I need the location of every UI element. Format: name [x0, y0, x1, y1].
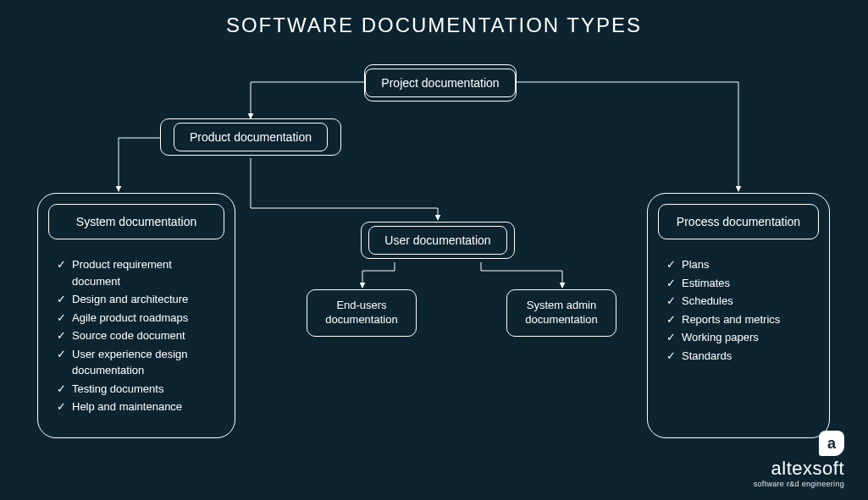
node-label: End-users documentation — [325, 299, 397, 326]
brand-logo-icon: a — [819, 431, 844, 456]
list-item: Agile product roadmaps — [72, 310, 218, 327]
node-project-documentation: Project documentation — [364, 64, 517, 102]
panel-process-documentation: Process documentation Plans Estimates Sc… — [647, 193, 830, 438]
brand-name: altexsoft — [754, 458, 844, 480]
list-item: Source code document — [72, 327, 218, 344]
panel-header: Process documentation — [658, 204, 819, 239]
process-doc-list: Plans Estimates Schedules Reports and me… — [658, 251, 819, 371]
list-item: Help and maintenance — [72, 398, 218, 415]
brand-tagline: software r&d engineering — [754, 480, 844, 488]
node-label: Project documentation — [365, 69, 515, 97]
node-label: User documentation — [368, 226, 506, 255]
diagram-title: SOFTWARE DOCUMENTATION TYPES — [0, 14, 868, 37]
panel-header: System documentation — [48, 204, 224, 239]
list-item: Plans — [682, 256, 812, 273]
list-item: Standards — [682, 348, 812, 365]
list-item: Estimates — [682, 275, 812, 292]
list-item: Design and architecture — [72, 291, 218, 308]
panel-system-documentation: System documentation Product requirement… — [37, 193, 235, 438]
system-doc-list: Product requirement document Design and … — [48, 251, 224, 422]
node-sysadmin-documentation: System admin documentation — [506, 289, 616, 337]
list-item: Schedules — [682, 293, 812, 310]
node-product-documentation: Product documentation — [160, 118, 341, 156]
node-user-documentation: User documentation — [361, 222, 515, 259]
list-item: User experience design documentation — [72, 346, 218, 379]
list-item: Reports and metrics — [682, 311, 812, 328]
node-label: System admin documentation — [525, 299, 597, 326]
node-endusers-documentation: End-users documentation — [307, 289, 417, 337]
list-item: Product requirement document — [72, 256, 218, 289]
list-item: Testing documents — [72, 381, 218, 398]
node-label: Product documentation — [174, 123, 328, 151]
brand-footer: a altexsoft software r&d engineering — [754, 431, 844, 488]
list-item: Working papers — [682, 329, 812, 346]
